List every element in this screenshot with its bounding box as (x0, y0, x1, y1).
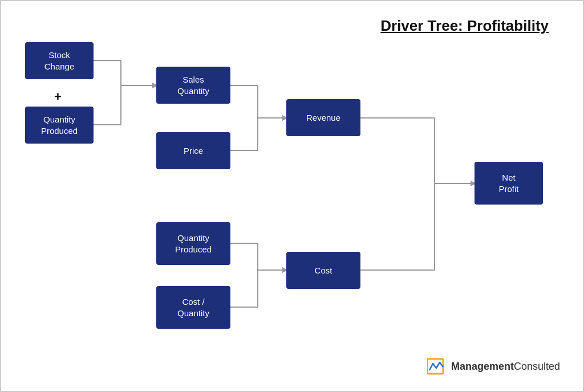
page-title: Driver Tree: Profitability (380, 17, 549, 35)
stock-change-node: Stock Change (25, 42, 94, 79)
page: Driver Tree: Profitability (0, 0, 584, 392)
revenue-node: Revenue (286, 99, 360, 136)
quantity-produced-left-node: Quantity Produced (25, 107, 94, 144)
price-node: Price (156, 132, 230, 169)
quantity-produced-right-node: Quantity Produced (156, 222, 230, 265)
sales-quantity-node: Sales Quantity (156, 67, 230, 104)
plus-sign: + (54, 89, 62, 104)
cost-node: Cost (286, 252, 360, 289)
logo-area: ManagementConsulted (427, 358, 560, 375)
logo-text: ManagementConsulted (451, 361, 560, 373)
cost-quantity-node: Cost / Quantity (156, 286, 230, 329)
logo-icon (427, 358, 448, 375)
net-profit-node: Net Profit (474, 162, 543, 205)
